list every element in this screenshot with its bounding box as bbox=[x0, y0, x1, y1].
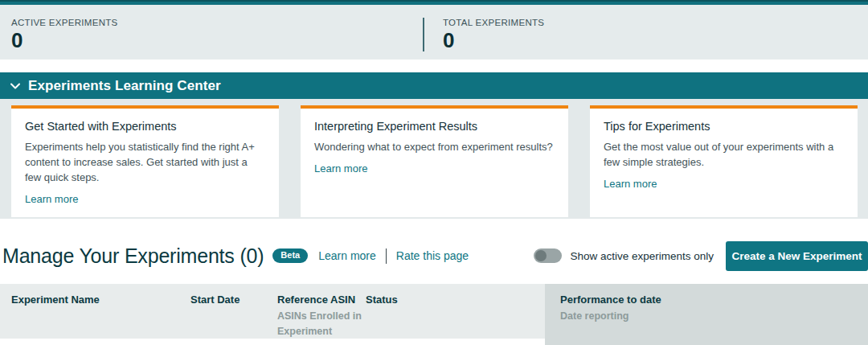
beta-badge: Beta bbox=[272, 248, 308, 263]
card-body: Wondering what to expect from experiment… bbox=[314, 140, 555, 155]
column-sublabel: Date reporting bbox=[560, 309, 737, 324]
show-active-experiments-toggle[interactable] bbox=[534, 248, 562, 263]
total-experiments-value: 0 bbox=[443, 30, 544, 51]
experiments-stats-band: ACTIVE EXPERIMENTS 0 TOTAL EXPERIMENTS 0 bbox=[0, 5, 868, 60]
active-experiments-label: ACTIVE EXPERIMENTS bbox=[11, 18, 118, 27]
learning-center-cards: Get Started with Experiments Experiments… bbox=[11, 105, 858, 217]
card-body: Experiments help you statistically find … bbox=[25, 140, 265, 186]
learn-more-link[interactable]: Learn more bbox=[25, 193, 78, 205]
card-get-started: Get Started with Experiments Experiments… bbox=[11, 105, 279, 217]
learn-more-link[interactable]: Learn more bbox=[604, 178, 657, 190]
learning-center-section: Get Started with Experiments Experiments… bbox=[0, 99, 868, 219]
column-sublabel: ASINs Enrolled in Experiment bbox=[277, 309, 362, 339]
column-header-reference-asin: Reference ASIN ASINs Enrolled in Experim… bbox=[277, 294, 362, 339]
learn-more-link[interactable]: Learn more bbox=[314, 162, 367, 175]
active-experiments-stat: ACTIVE EXPERIMENTS 0 bbox=[11, 18, 118, 51]
stats-divider bbox=[423, 18, 424, 51]
total-experiments-stat: TOTAL EXPERIMENTS 0 bbox=[443, 18, 544, 51]
learning-center-title: Experiments Learning Center bbox=[28, 78, 221, 94]
column-label: Experiment Name bbox=[11, 294, 100, 306]
column-label: Reference ASIN bbox=[277, 294, 362, 306]
column-header-experiment-name: Experiment Name bbox=[11, 294, 100, 306]
column-label: Status bbox=[366, 294, 398, 306]
links-divider bbox=[386, 248, 387, 264]
manage-experiments-header-row: Manage Your Experiments (0) Beta Learn m… bbox=[0, 240, 868, 271]
toggle-knob bbox=[535, 250, 547, 261]
column-label: Performance to date bbox=[560, 294, 737, 306]
manage-learn-more-link[interactable]: Learn more bbox=[318, 249, 376, 262]
total-experiments-label: TOTAL EXPERIMENTS bbox=[443, 18, 544, 27]
column-header-status: Status bbox=[366, 294, 398, 306]
card-title: Interpreting Experiment Results bbox=[314, 120, 555, 133]
card-tips: Tips for Experiments Get the most value … bbox=[590, 105, 858, 217]
chevron-down-icon[interactable] bbox=[10, 83, 20, 89]
experiments-page: ACTIVE EXPERIMENTS 0 TOTAL EXPERIMENTS 0… bbox=[0, 0, 868, 345]
show-active-experiments-label: Show active experiments only bbox=[570, 250, 714, 262]
column-label: Start Date bbox=[190, 294, 240, 306]
card-title: Get Started with Experiments bbox=[25, 120, 265, 133]
create-new-experiment-button[interactable]: Create a New Experiment bbox=[726, 241, 868, 271]
card-title: Tips for Experiments bbox=[604, 120, 844, 133]
learning-center-banner[interactable]: Experiments Learning Center bbox=[0, 72, 868, 99]
card-body: Get the most value out of your experimen… bbox=[604, 140, 844, 170]
card-interpreting-results: Interpreting Experiment Results Wonderin… bbox=[301, 105, 568, 217]
column-header-start-date: Start Date bbox=[190, 294, 240, 306]
page-title: Manage Your Experiments (0) bbox=[2, 244, 264, 268]
column-header-performance-to-date: Performance to date Date reporting bbox=[560, 294, 737, 324]
active-experiments-value: 0 bbox=[11, 30, 118, 51]
rate-this-page-link[interactable]: Rate this page bbox=[396, 249, 469, 262]
